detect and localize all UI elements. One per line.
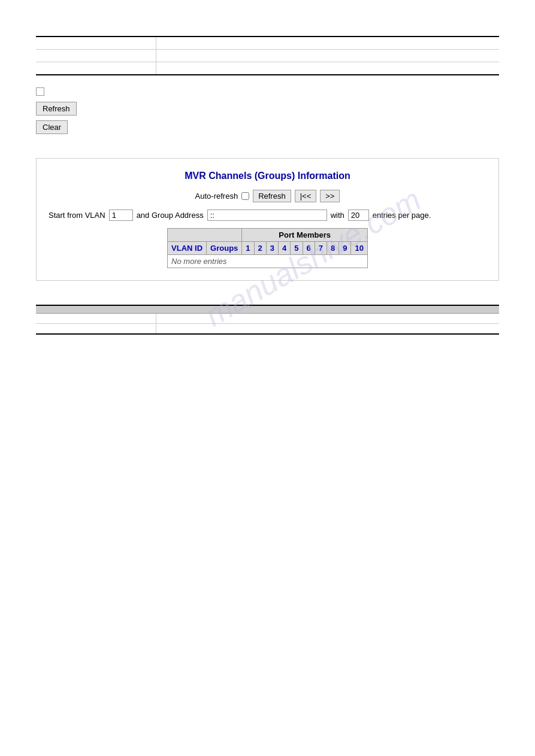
mvr-nav-last-button[interactable]: >> — [320, 190, 340, 202]
group-address-input[interactable] — [207, 210, 327, 221]
bottom-table-section — [36, 305, 499, 335]
top-table-row-1 — [36, 37, 499, 50]
mvr-col-port-3: 3 — [266, 242, 278, 255]
bottom-table-header-row — [36, 305, 499, 314]
top-table-cell-2-1 — [36, 50, 156, 62]
mvr-toolbar: Auto-refresh Refresh |<< >> — [49, 190, 486, 202]
top-table-cell-2-2 — [156, 50, 499, 62]
and-group-address-label: and Group Address — [137, 211, 204, 220]
mvr-empty-header — [168, 229, 242, 242]
mvr-auto-refresh-label: Auto-refresh — [195, 192, 238, 201]
bottom-table-cell-1-2 — [156, 314, 499, 324]
bottom-table — [36, 305, 499, 335]
mvr-col-port-10: 10 — [351, 242, 367, 255]
mvr-col-port-8: 8 — [327, 242, 338, 255]
mvr-title: MVR Channels (Groups) Information — [49, 171, 486, 181]
mvr-refresh-button[interactable]: Refresh — [253, 190, 291, 202]
mvr-col-port-4: 4 — [279, 242, 291, 255]
mvr-col-port-7: 7 — [315, 242, 327, 255]
bottom-table-header-2 — [156, 305, 499, 314]
mvr-port-members-header: Port Members — [242, 229, 368, 242]
mvr-section: MVR Channels (Groups) Information Auto-r… — [36, 158, 499, 281]
with-label: with — [331, 211, 344, 220]
bottom-table-row-2 — [36, 324, 499, 335]
controls-section: Refresh Clear — [36, 87, 499, 134]
top-table — [36, 36, 499, 75]
mvr-col-port-5: 5 — [291, 242, 303, 255]
mvr-col-port-6: 6 — [303, 242, 315, 255]
top-table-row-2 — [36, 50, 499, 62]
mvr-no-entries-row: No more entries — [168, 255, 368, 268]
bottom-table-row-1 — [36, 314, 499, 324]
auto-refresh-row — [36, 87, 499, 96]
mvr-col-groups: Groups — [207, 242, 242, 255]
mvr-filter-row: Start from VLAN and Group Address with e… — [49, 210, 486, 221]
mvr-col-port-1: 1 — [242, 242, 254, 255]
top-table-cell-1-1 — [36, 37, 156, 50]
mvr-col-vlan-id: VLAN ID — [168, 242, 207, 255]
mvr-no-entries-cell: No more entries — [168, 255, 368, 268]
vlan-input[interactable] — [109, 210, 133, 221]
mvr-nav-first-button[interactable]: |<< — [295, 190, 317, 202]
entries-per-page-label: entries per page. — [373, 211, 431, 220]
mvr-col-port-2: 2 — [254, 242, 266, 255]
top-table-section — [36, 36, 499, 75]
top-table-cell-3-1 — [36, 62, 156, 75]
mvr-col-port-9: 9 — [339, 242, 351, 255]
top-table-cell-3-2 — [156, 62, 499, 75]
mvr-table: Port Members VLAN ID Groups 1 2 3 4 5 6 … — [167, 228, 368, 268]
entries-per-page-input[interactable] — [348, 210, 369, 221]
bottom-table-cell-1-1 — [36, 314, 156, 324]
bottom-table-cell-2-1 — [36, 324, 156, 335]
top-table-cell-1-2 — [156, 37, 499, 50]
mvr-auto-refresh-checkbox[interactable] — [241, 192, 249, 200]
refresh-button[interactable]: Refresh — [36, 102, 77, 116]
clear-button[interactable]: Clear — [36, 120, 68, 134]
start-from-vlan-label: Start from VLAN — [49, 211, 105, 220]
mvr-table-group-header-row: Port Members — [168, 229, 368, 242]
mvr-table-wrapper: Port Members VLAN ID Groups 1 2 3 4 5 6 … — [49, 228, 486, 268]
bottom-table-cell-2-2 — [156, 324, 499, 335]
top-table-row-3 — [36, 62, 499, 75]
auto-refresh-checkbox[interactable] — [36, 87, 44, 96]
mvr-table-col-header-row: VLAN ID Groups 1 2 3 4 5 6 7 8 9 10 — [168, 242, 368, 255]
bottom-table-header-1 — [36, 305, 156, 314]
